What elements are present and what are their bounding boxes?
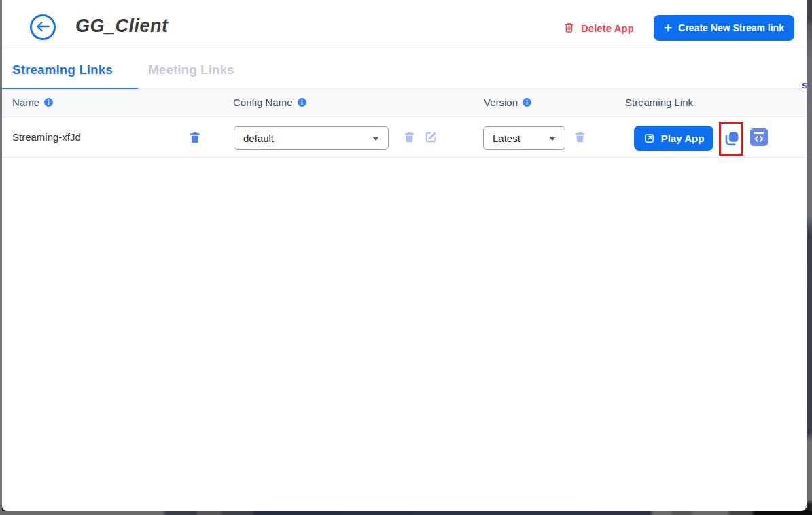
delete-stream-button[interactable] xyxy=(188,130,202,145)
edit-pencil-icon xyxy=(424,130,438,144)
embed-code-button[interactable] xyxy=(750,128,768,146)
column-header-version: Version xyxy=(484,96,531,108)
copy-icon xyxy=(723,130,740,147)
edit-config-button[interactable] xyxy=(424,130,438,144)
trash-icon xyxy=(563,22,575,34)
info-icon[interactable] xyxy=(523,98,531,107)
tab-bar: Streaming Links Meeting Links xyxy=(2,48,807,89)
annotation-highlight-box xyxy=(719,122,743,156)
table-header-row: Name Config Name Version Streaming Link xyxy=(2,89,807,117)
delete-app-label: Delete App xyxy=(581,22,634,34)
info-icon[interactable] xyxy=(44,98,53,107)
copy-stream-link-button[interactable] xyxy=(723,130,740,147)
version-value: Latest xyxy=(493,132,520,144)
code-window-icon xyxy=(750,128,768,146)
tab-meeting-links[interactable]: Meeting Links xyxy=(148,63,234,77)
desktop-edge-bottom xyxy=(0,511,812,515)
delete-version-button[interactable] xyxy=(573,130,586,144)
trash-icon xyxy=(188,130,202,145)
desktop-edge-right xyxy=(807,0,812,515)
column-header-name: Name xyxy=(12,96,53,108)
info-icon[interactable] xyxy=(298,98,306,107)
external-link-icon xyxy=(643,132,655,144)
column-header-config-name: Config Name xyxy=(233,96,306,108)
page-title: GG_Client xyxy=(75,16,169,37)
chevron-down-icon xyxy=(549,137,556,141)
create-button-label: Create New Stream link xyxy=(678,22,784,33)
arrow-left-icon xyxy=(36,21,50,34)
background-text-fragment: s xyxy=(802,79,807,90)
trash-icon xyxy=(573,130,586,144)
back-button[interactable] xyxy=(30,14,56,40)
table-row: Streaming-xfJd default Latest xyxy=(2,117,807,158)
config-name-value: default xyxy=(243,132,274,144)
delete-app-button[interactable]: Delete App xyxy=(563,20,634,36)
chevron-down-icon xyxy=(372,137,379,141)
desktop-edge-left xyxy=(0,0,2,511)
plus-icon: + xyxy=(664,20,672,35)
tab-streaming-links[interactable]: Streaming Links xyxy=(12,63,113,77)
config-name-select[interactable]: default xyxy=(234,126,389,150)
column-header-streaming-link: Streaming Link xyxy=(625,96,693,108)
stream-name-text: Streaming-xfJd xyxy=(12,131,81,143)
header-bar: GG_Client Delete App + Create New Stream… xyxy=(2,0,807,48)
play-app-button[interactable]: Play App xyxy=(634,126,713,151)
create-new-stream-link-button[interactable]: + Create New Stream link xyxy=(654,15,794,41)
app-window: GG_Client Delete App + Create New Stream… xyxy=(0,0,812,515)
trash-icon xyxy=(403,130,416,144)
delete-config-button[interactable] xyxy=(403,130,416,144)
play-app-label: Play App xyxy=(661,132,705,144)
version-select[interactable]: Latest xyxy=(483,126,565,150)
